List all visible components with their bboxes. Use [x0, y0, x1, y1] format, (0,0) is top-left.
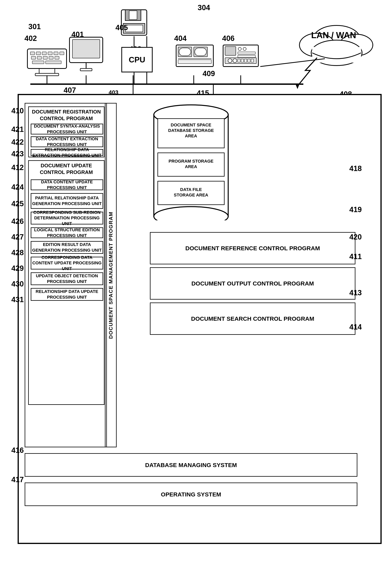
svg-rect-50 — [248, 59, 250, 62]
ref-406: 406 — [222, 34, 234, 43]
left-group-box: DOCUMENT REGISTRATION CONTROL PROGRAM DO… — [25, 103, 107, 447]
diagram-container: 304 405 301 401 402 403 404 406 409 407 … — [0, 0, 392, 561]
doc-update-section: DOCUMENT UPDATE CONTROL PROGRAM DATA CON… — [28, 160, 105, 405]
svg-rect-30 — [80, 68, 92, 71]
svg-rect-15 — [54, 52, 58, 55]
cylinder-svg: DOCUMENT SPACE DATABASE STORAGE AREA PRO… — [150, 103, 232, 220]
svg-rect-22 — [32, 61, 44, 64]
cpu-box: CPU — [121, 47, 153, 72]
svg-rect-42 — [238, 52, 255, 54]
db-managing-box: DATABASE MANAGING SYSTEM — [25, 453, 357, 477]
svg-rect-12 — [36, 52, 41, 55]
svg-rect-17 — [31, 56, 36, 59]
svg-rect-38 — [223, 45, 258, 66]
svg-rect-35 — [195, 48, 207, 56]
tape-drive-icon — [176, 45, 213, 66]
doc-ref-label: DOCUMENT REFERENCE CONTROL PROGRAM — [185, 244, 321, 253]
svg-rect-27 — [69, 37, 103, 63]
edition-result-box: EDITION RESULT DATA GENERATION PROCESSIN… — [31, 241, 103, 254]
ref-421: 421 — [11, 125, 24, 134]
svg-text:STORAGE AREA: STORAGE AREA — [174, 193, 208, 197]
ref-419: 419 — [349, 205, 362, 214]
ref-414: 414 — [349, 323, 362, 331]
monitor-icon — [69, 37, 103, 71]
svg-rect-20 — [49, 56, 53, 59]
keyboard-icon — [27, 49, 66, 76]
doc-output-box: DOCUMENT OUTPUT CONTROL PROGRAM — [150, 267, 355, 300]
svg-rect-10 — [27, 49, 66, 68]
doc-reg-label: DOCUMENT REGISTRATION CONTROL PROGRAM — [29, 107, 104, 123]
svg-text:DOCUMENT SPACE: DOCUMENT SPACE — [171, 122, 211, 127]
svg-rect-13 — [42, 52, 46, 55]
rel-extract-label: RELATIONSHIP DATA EXTRACTION PROCESSING … — [31, 146, 103, 159]
svg-rect-7 — [129, 11, 137, 20]
svg-line-60 — [260, 59, 325, 66]
doc-output-label: DOCUMENT OUTPUT CONTROL PROGRAM — [191, 279, 315, 288]
svg-rect-6 — [125, 10, 141, 21]
svg-point-40 — [238, 47, 241, 51]
ref-420: 420 — [349, 233, 362, 241]
ref-409: 409 — [203, 69, 215, 78]
rel-data-update-box: RELATIONSHIP DATA UPDATE PROCESSING UNIT — [31, 288, 103, 301]
ref-404: 404 — [174, 34, 186, 43]
doc-search-box: DOCUMENT SEARCH CONTROL PROGRAM — [150, 302, 355, 335]
doc-syntax-label: DOCUMENT SYNTAX-ANALYSIS PROCESSING UNIT — [31, 123, 103, 135]
doc-syntax-box: DOCUMENT SYNTAX-ANALYSIS PROCESSING UNIT — [31, 124, 103, 134]
ref-425: 425 — [11, 200, 24, 208]
svg-rect-31 — [176, 45, 213, 66]
ref-413: 413 — [349, 289, 362, 297]
svg-rect-11 — [30, 52, 35, 55]
corr-sub-label: CORRESPONDING SUB-REGION DETERMINATION P… — [31, 209, 103, 227]
update-obj-label: UPDATE OBJECT DETECTION PROCESSING UNIT — [31, 272, 103, 285]
main-outer-box: DOCUMENT SPACE MANAGEMENT PROGRAM DOCUME… — [18, 94, 382, 544]
ref-428: 428 — [11, 248, 24, 257]
svg-rect-18 — [37, 56, 42, 59]
data-update-label: DATA CONTENT UPDATE PROCESSING UNIT — [31, 178, 103, 191]
ref-430: 430 — [11, 280, 24, 288]
svg-text:AREA: AREA — [185, 133, 197, 138]
svg-rect-48 — [241, 59, 243, 62]
ref-427: 427 — [11, 233, 24, 241]
ref-401: 401 — [71, 30, 84, 39]
doc-space-mgmt-label: DOCUMENT SPACE MANAGEMENT PROGRAM — [108, 212, 114, 339]
logical-struct-label: LOGICAL STRUCTURE EDITION PROCESSING UNI… — [31, 227, 103, 239]
svg-rect-47 — [238, 59, 240, 62]
corr-data-box: CORRESPONDING DATA CONTENT UPDATE PROCES… — [31, 257, 103, 270]
corr-data-label: CORRESPONDING DATA CONTENT UPDATE PROCES… — [31, 254, 103, 272]
doc-search-label: DOCUMENT SEARCH CONTROL PROGRAM — [190, 314, 315, 323]
svg-rect-28 — [72, 40, 100, 58]
svg-rect-37 — [178, 60, 211, 64]
ref-416: 416 — [11, 446, 24, 454]
ref-417: 417 — [11, 475, 24, 484]
ref-418: 418 — [349, 164, 362, 173]
svg-rect-32 — [178, 47, 192, 57]
svg-point-46 — [233, 59, 237, 63]
ref-304: 304 — [198, 3, 210, 12]
svg-text:AREA: AREA — [185, 164, 197, 169]
doc-ref-box: DOCUMENT REFERENCE CONTROL PROGRAM — [150, 232, 355, 264]
svg-rect-49 — [244, 59, 247, 62]
doc-update-label: DOCUMENT UPDATE CONTROL PROGRAM — [29, 161, 104, 177]
db-managing-label: DATABASE MANAGING SYSTEM — [144, 460, 238, 470]
svg-text:PROGRAM STORAGE: PROGRAM STORAGE — [168, 159, 213, 163]
svg-point-41 — [243, 47, 246, 51]
lan-wan-label: LAN / WAN — [311, 30, 356, 40]
operating-sys-label: OPERATING SYSTEM — [160, 490, 222, 499]
svg-point-3 — [311, 40, 362, 65]
svg-text:DATA FILE: DATA FILE — [180, 187, 202, 192]
svg-rect-34 — [179, 48, 191, 56]
ref-424: 424 — [11, 183, 24, 191]
ref-407: 407 — [64, 86, 76, 95]
svg-rect-23 — [46, 61, 61, 64]
svg-rect-51 — [251, 59, 253, 62]
ref-402: 402 — [24, 34, 37, 43]
ref-429: 429 — [11, 264, 24, 273]
data-extract-box: DATA CONTENT EXTRACTION PROCESSING UNIT — [31, 136, 103, 147]
svg-rect-26 — [35, 73, 59, 76]
ref-405: 405 — [115, 23, 128, 32]
ref-423: 423 — [11, 150, 24, 158]
svg-rect-21 — [55, 56, 59, 59]
doc-reg-section: DOCUMENT REGISTRATION CONTROL PROGRAM DO… — [28, 107, 105, 157]
edition-result-label: EDITION RESULT DATA GENERATION PROCESSIN… — [31, 241, 103, 254]
ref-422: 422 — [11, 138, 24, 146]
